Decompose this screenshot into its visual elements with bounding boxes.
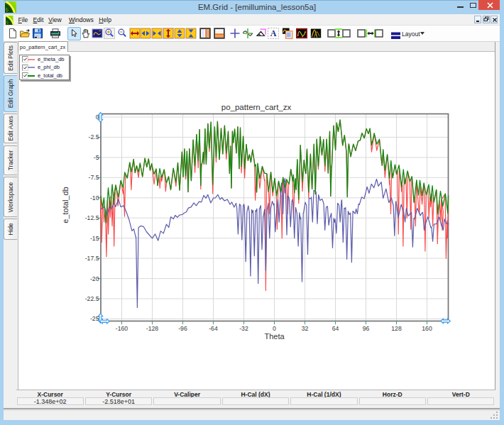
svg-text:e_total_db: e_total_db	[61, 187, 70, 223]
svg-text:128: 128	[391, 325, 402, 332]
svg-text:32: 32	[302, 325, 309, 332]
svg-text:-5: -5	[94, 154, 99, 161]
svg-text:Theta: Theta	[264, 332, 285, 341]
svg-text:-2.5: -2.5	[89, 133, 99, 140]
svg-text:-17.5: -17.5	[85, 255, 99, 262]
svg-text:-12.5: -12.5	[85, 214, 99, 221]
svg-text:-22.5: -22.5	[85, 295, 99, 302]
svg-text:0: 0	[273, 325, 276, 332]
svg-text:64: 64	[332, 325, 339, 332]
svg-text:po_pattern_cart_zx: po_pattern_cart_zx	[221, 103, 292, 111]
svg-text:96: 96	[363, 325, 370, 332]
svg-text:-32: -32	[239, 325, 248, 332]
svg-text:-96: -96	[178, 325, 187, 332]
svg-text:-64: -64	[209, 325, 218, 332]
svg-text:160: 160	[422, 325, 432, 332]
svg-text:-7.5: -7.5	[89, 174, 99, 181]
svg-text:-20: -20	[90, 275, 99, 282]
svg-text:-10: -10	[90, 194, 99, 202]
svg-text:-15: -15	[90, 235, 99, 242]
svg-text:-160: -160	[116, 325, 128, 332]
svg-text:-128: -128	[146, 325, 159, 332]
